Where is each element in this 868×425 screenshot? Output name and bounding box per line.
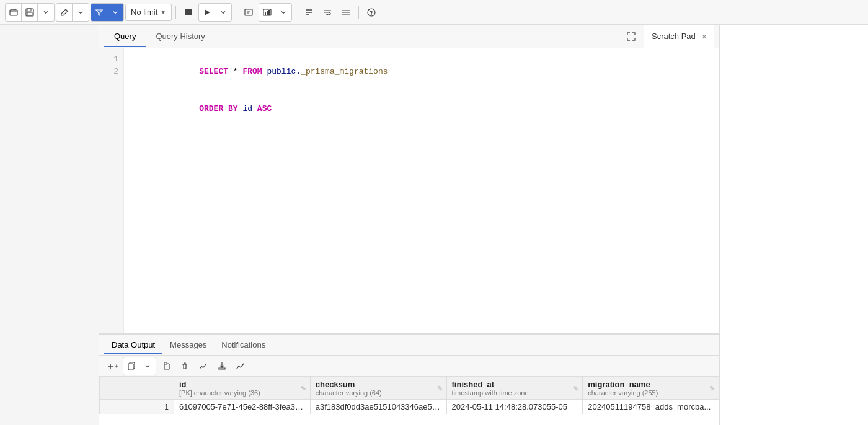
- row-num-1: 1: [100, 400, 174, 414]
- chart-button[interactable]: [259, 4, 275, 21]
- separator-4: [358, 6, 359, 19]
- cell-checksum-1[interactable]: a3f183df0dd3ae5151043346ae51e4b3eb37e904…: [310, 400, 446, 414]
- main-container: No limit ▼: [0, 0, 868, 425]
- delete-row-button[interactable]: [176, 357, 193, 375]
- save-dropdown-button[interactable]: [38, 4, 54, 21]
- stop-button[interactable]: [180, 4, 197, 21]
- chart-btn-group: [259, 3, 292, 22]
- separator-2: [236, 6, 236, 19]
- trend-button[interactable]: [232, 357, 249, 375]
- save-button[interactable]: [22, 4, 38, 21]
- col-edit-icon-id[interactable]: ✎: [301, 384, 306, 392]
- cell-migration-name-1[interactable]: 20240511194758_adds_morcba...: [583, 400, 719, 414]
- code-editor[interactable]: SELECT * FROM public._prisma_migrations …: [124, 48, 719, 333]
- toolbar: No limit ▼: [0, 0, 868, 25]
- filter-btn-group: [91, 3, 124, 22]
- edit-dropdown-button[interactable]: [73, 4, 89, 21]
- save-data-button[interactable]: [195, 357, 212, 375]
- col-header-finished-at[interactable]: finished_at timestamp with time zone ✎: [446, 377, 583, 400]
- format-button[interactable]: [337, 4, 355, 21]
- line-num-2: 2: [99, 66, 123, 78]
- table-header-row: id [PK] character varying (36) ✎ checksu…: [100, 377, 719, 400]
- col-header-id[interactable]: id [PK] character varying (36) ✎: [174, 377, 311, 400]
- copy-btn-group: [123, 357, 156, 375]
- col-id: id: [238, 104, 257, 113]
- tab-query-history[interactable]: Query History: [146, 27, 215, 47]
- svg-rect-13: [128, 364, 133, 370]
- add-row-button[interactable]: [104, 357, 122, 375]
- separator-1: [175, 6, 176, 19]
- svg-rect-4: [185, 9, 192, 15]
- kw-order-by: ORDER BY: [199, 104, 237, 113]
- tab-data-output[interactable]: Data Output: [104, 336, 162, 354]
- paste-button[interactable]: [157, 357, 175, 375]
- edit-btn-group: [56, 3, 89, 22]
- run-dropdown-button[interactable]: [215, 4, 231, 21]
- scratch-pad-tab[interactable]: Scratch Pad ×: [644, 25, 714, 48]
- help-button[interactable]: [363, 4, 380, 21]
- copy-button[interactable]: [123, 357, 140, 375]
- svg-rect-2: [27, 9, 31, 11]
- code-line-2: ORDER BY id ASC: [131, 90, 712, 128]
- kw-from: FROM: [242, 67, 262, 76]
- cell-finished-at-1[interactable]: 2024-05-11 14:48:28.073055-05: [446, 400, 583, 414]
- line-num-1: 1: [99, 53, 123, 66]
- tabs-bar: Query Query History Scratch Pad ×: [99, 25, 719, 48]
- filter-dropdown-button[interactable]: [107, 4, 123, 21]
- svg-point-11: [371, 14, 372, 14]
- svg-rect-0: [10, 10, 17, 15]
- open-button[interactable]: [6, 4, 22, 21]
- limit-chevron-icon: ▼: [160, 9, 166, 15]
- svg-rect-9: [268, 10, 270, 15]
- data-table-container: id [PK] character varying (36) ✎ checksu…: [99, 377, 719, 425]
- expand-icon[interactable]: [624, 29, 639, 44]
- svg-rect-7: [265, 12, 266, 15]
- run-button[interactable]: [199, 4, 215, 21]
- col-header-migration-name[interactable]: migration_name character varying (255) ✎: [583, 377, 719, 400]
- tab-messages[interactable]: Messages: [162, 336, 214, 354]
- word-wrap-button[interactable]: [319, 4, 336, 21]
- limit-label: No limit: [131, 7, 157, 17]
- filter-button[interactable]: [91, 4, 107, 21]
- edit-button[interactable]: [56, 4, 73, 21]
- cell-id-1[interactable]: 61097005-7e71-45e2-88ff-3fea3a4fae11: [174, 400, 311, 414]
- col-edit-icon-finished-at[interactable]: ✎: [573, 384, 578, 392]
- bottom-section: Data Output Messages Notifications: [99, 333, 719, 425]
- download-button[interactable]: [213, 357, 231, 375]
- editor-area: 1 2 SELECT * FROM public._prisma_migrati…: [99, 48, 719, 333]
- tab-query[interactable]: Query: [104, 27, 146, 47]
- col-header-checksum[interactable]: checksum character varying (64) ✎: [310, 377, 446, 400]
- copy-dropdown-button[interactable]: [140, 357, 156, 375]
- svg-point-10: [368, 9, 375, 16]
- svg-rect-5: [245, 9, 252, 15]
- schema-ref: public.: [262, 67, 301, 76]
- row-num-header: [100, 377, 174, 400]
- scratch-format-button[interactable]: [300, 4, 317, 21]
- code-line-1: SELECT * FROM public._prisma_migrations: [131, 53, 712, 90]
- col-edit-icon-migration-name[interactable]: ✎: [709, 384, 715, 392]
- scratch-pad-label: Scratch Pad: [652, 32, 696, 41]
- svg-rect-3: [27, 12, 32, 15]
- col-edit-icon-checksum[interactable]: ✎: [437, 384, 443, 392]
- explain-button[interactable]: [240, 4, 257, 21]
- bottom-tabs-bar: Data Output Messages Notifications: [99, 335, 719, 356]
- separator-3: [296, 6, 296, 19]
- table-row: 1 61097005-7e71-45e2-88ff-3fea3a4fae11 a…: [100, 400, 719, 414]
- svg-rect-15: [164, 362, 167, 364]
- limit-selector[interactable]: No limit ▼: [125, 4, 172, 21]
- kw-asc: ASC: [257, 104, 272, 113]
- scratch-pad-panel: [719, 25, 868, 425]
- table-ref: _prisma_migrations: [301, 67, 388, 76]
- data-table: id [PK] character varying (36) ✎ checksu…: [99, 377, 719, 414]
- kw-select: SELECT: [199, 67, 228, 76]
- chart-dropdown-button[interactable]: [275, 4, 291, 21]
- tab-notifications[interactable]: Notifications: [214, 336, 273, 354]
- svg-rect-8: [267, 11, 268, 15]
- run-btn-group: [198, 3, 232, 22]
- content-area: Query Query History Scratch Pad ×: [0, 25, 868, 425]
- left-panel: [0, 25, 99, 425]
- scratch-pad-close-icon[interactable]: ×: [702, 32, 707, 42]
- file-btn-group: [5, 3, 55, 22]
- editor-section: Query Query History Scratch Pad ×: [99, 25, 719, 425]
- line-numbers: 1 2: [99, 48, 124, 333]
